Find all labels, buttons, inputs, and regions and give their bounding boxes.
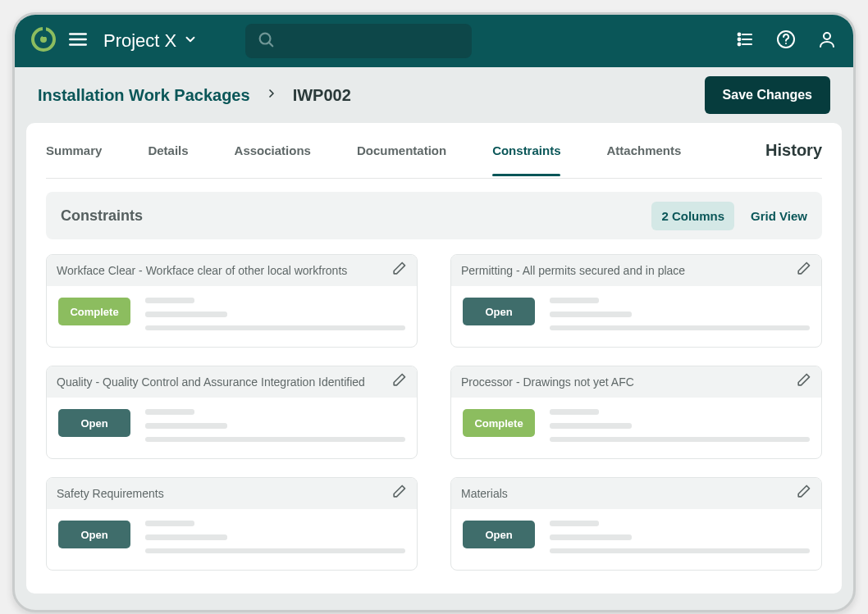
top-bar: Project X	[15, 15, 853, 67]
constraint-body: Open	[47, 509, 417, 570]
tab-history[interactable]: History	[765, 123, 822, 178]
breadcrumb-parent[interactable]: Installation Work Packages	[38, 86, 250, 105]
status-pill[interactable]: Open	[58, 409, 130, 437]
edit-icon[interactable]	[795, 372, 811, 392]
constraint-header: Safety Requirements	[47, 478, 417, 509]
breadcrumb-current: IWP002	[293, 86, 351, 105]
svg-point-15	[785, 43, 787, 44]
chevron-right-icon	[265, 87, 278, 103]
constraint-body: Complete	[47, 286, 417, 347]
constraint-card: Processor - Drawings not yet AFCComplete	[450, 366, 822, 459]
constraint-body: Complete	[451, 398, 821, 458]
breadcrumb-bar: Installation Work Packages IWP002 Save C…	[15, 67, 853, 123]
grid-view-toggle[interactable]: Grid View	[751, 209, 807, 223]
search-icon	[257, 30, 275, 52]
tab-details[interactable]: Details	[148, 125, 188, 175]
chevron-down-icon	[183, 30, 198, 52]
constraint-body: Open	[451, 286, 821, 347]
svg-rect-2	[43, 27, 46, 37]
svg-point-1	[40, 36, 47, 43]
tab-attachments[interactable]: Attachments	[606, 125, 681, 175]
svg-line-7	[269, 43, 272, 46]
constraint-title: Workface Clear - Workface clear of other…	[57, 264, 347, 277]
tab-summary[interactable]: Summary	[46, 125, 102, 175]
topbar-actions	[735, 30, 837, 52]
menu-icon[interactable]	[67, 29, 89, 53]
svg-point-12	[738, 39, 741, 41]
placeholder-lines	[145, 521, 405, 553]
logo-hamburger-group	[31, 27, 89, 55]
app-logo-icon	[31, 27, 56, 55]
app-frame: Project X Installation Work Packages	[12, 12, 856, 612]
status-pill[interactable]: Complete	[58, 298, 130, 325]
constraint-card: Safety RequirementsOpen	[46, 477, 418, 571]
tabs-row: SummaryDetailsAssociationsDocumentationC…	[46, 123, 822, 179]
project-switcher[interactable]: Project X	[103, 30, 198, 52]
constraint-title: Processor - Drawings not yet AFC	[461, 375, 634, 389]
edit-icon[interactable]	[391, 372, 407, 392]
svg-point-16	[824, 33, 830, 39]
project-name: Project X	[103, 30, 176, 52]
edit-icon[interactable]	[391, 484, 407, 503]
save-changes-button[interactable]: Save Changes	[705, 76, 830, 114]
section-title: Constraints	[61, 207, 143, 225]
help-icon[interactable]	[776, 30, 796, 52]
constraint-header: Processor - Drawings not yet AFC	[451, 366, 821, 398]
placeholder-lines	[550, 521, 810, 553]
tab-associations[interactable]: Associations	[235, 125, 311, 175]
constraint-card: MaterialsOpen	[450, 477, 822, 571]
constraint-title: Quality - Quality Control and Assurance …	[57, 375, 365, 389]
svg-point-13	[738, 43, 741, 46]
constraints-grid: Workface Clear - Workface clear of other…	[46, 254, 822, 571]
list-icon[interactable]	[735, 30, 755, 52]
columns-chip[interactable]: 2 Columns	[651, 202, 734, 230]
search-box[interactable]	[245, 24, 472, 58]
constraint-card: Workface Clear - Workface clear of other…	[46, 254, 418, 348]
constraint-body: Open	[451, 509, 821, 570]
constraint-card: Permitting - All permits secured and in …	[450, 254, 822, 348]
constraint-header: Quality - Quality Control and Assurance …	[47, 366, 417, 398]
tab-constraints[interactable]: Constraints	[492, 125, 560, 175]
constraint-title: Materials	[461, 487, 508, 500]
main-card: SummaryDetailsAssociationsDocumentationC…	[26, 123, 842, 594]
placeholder-lines	[550, 298, 810, 330]
status-pill[interactable]: Open	[463, 521, 535, 548]
edit-icon[interactable]	[391, 261, 407, 280]
section-header: Constraints 2 Columns Grid View	[46, 192, 822, 239]
tab-documentation[interactable]: Documentation	[357, 125, 446, 175]
placeholder-lines	[145, 298, 405, 330]
status-pill[interactable]: Open	[58, 521, 130, 548]
edit-icon[interactable]	[795, 484, 811, 503]
svg-point-11	[738, 34, 741, 36]
status-pill[interactable]: Open	[463, 298, 535, 325]
constraint-card: Quality - Quality Control and Assurance …	[46, 366, 418, 459]
constraint-header: Permitting - All permits secured and in …	[451, 255, 821, 286]
constraint-title: Safety Requirements	[57, 487, 164, 500]
constraint-header: Workface Clear - Workface clear of other…	[47, 255, 417, 286]
placeholder-lines	[550, 409, 810, 442]
edit-icon[interactable]	[795, 261, 811, 280]
constraint-body: Open	[47, 398, 417, 458]
placeholder-lines	[145, 409, 405, 442]
user-icon[interactable]	[817, 30, 837, 52]
status-pill[interactable]: Complete	[463, 409, 535, 437]
content-area: SummaryDetailsAssociationsDocumentationC…	[15, 123, 853, 610]
constraint-title: Permitting - All permits secured and in …	[461, 264, 685, 277]
constraint-header: Materials	[451, 478, 821, 509]
